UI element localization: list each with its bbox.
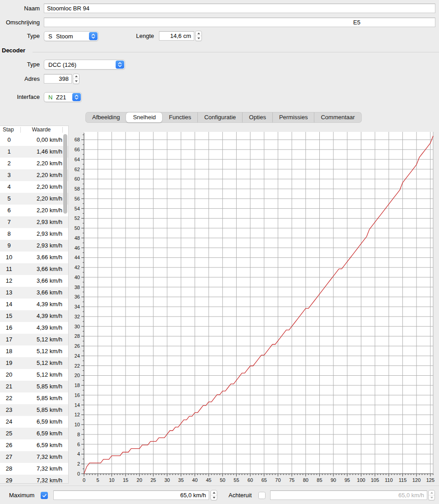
cell-waarde: 2,20 km/h — [18, 181, 62, 193]
table-row[interactable]: 52,20 km/h — [0, 193, 68, 205]
table-row[interactable]: 195,12 km/h — [0, 357, 68, 369]
table-row[interactable]: 22,20 km/h — [0, 158, 68, 169]
adres-label: Adres — [0, 74, 40, 84]
table-scrollbar-thumb[interactable] — [63, 134, 67, 214]
stepper-up-icon[interactable] — [73, 74, 79, 79]
naam-field[interactable]: Stoomloc BR 94 — [44, 4, 435, 13]
speed-curve-chart[interactable]: 0510152025303540455055606570758085909510… — [70, 128, 439, 486]
cell-waarde: 5,12 km/h — [18, 369, 62, 381]
cell-stap: 10 — [0, 252, 18, 263]
table-row[interactable]: 113,66 km/h — [0, 263, 68, 275]
svg-text:45: 45 — [206, 477, 211, 483]
interface-name: Z21 — [56, 94, 66, 101]
lengte-label: Lengte — [113, 31, 154, 41]
cell-stap: 6 — [0, 205, 18, 216]
achteruit-checkbox[interactable] — [258, 492, 266, 499]
cell-stap: 15 — [0, 310, 18, 322]
svg-text:20: 20 — [137, 477, 142, 483]
table-row[interactable]: 42,20 km/h — [0, 181, 68, 193]
cell-stap: 20 — [0, 369, 18, 381]
adres-stepper[interactable] — [73, 74, 79, 84]
cell-waarde: 3,66 km/h — [18, 252, 62, 263]
decoder-type-dropdown[interactable]: DCC (126) — [44, 60, 125, 70]
svg-text:85: 85 — [317, 477, 322, 483]
table-row[interactable]: 164,39 km/h — [0, 322, 68, 334]
table-row[interactable]: 225,85 km/h — [0, 392, 68, 404]
table-row[interactable]: 287,32 km/h — [0, 463, 68, 475]
table-row[interactable]: 185,12 km/h — [0, 345, 68, 357]
achteruit-speed-stepper[interactable] — [428, 490, 435, 500]
table-row[interactable]: 144,39 km/h — [0, 299, 68, 310]
lengte-stepper[interactable] — [195, 31, 202, 41]
svg-text:15: 15 — [123, 477, 128, 483]
lengte-field[interactable]: 14,6 cm — [159, 31, 194, 41]
table-row[interactable]: 266,59 km/h — [0, 439, 68, 451]
column-header-stap[interactable]: Stap — [3, 126, 14, 133]
tab-commentaar[interactable]: Commentaar — [314, 112, 361, 122]
table-row[interactable]: 11,46 km/h — [0, 146, 68, 158]
table-row[interactable]: 246,59 km/h — [0, 416, 68, 428]
stepper-up-icon[interactable] — [211, 490, 217, 495]
type-code: S — [48, 33, 56, 40]
stepper-down-icon[interactable] — [429, 495, 434, 500]
table-row[interactable]: 123,66 km/h — [0, 275, 68, 287]
svg-text:90: 90 — [331, 477, 336, 483]
interface-code: N — [48, 94, 56, 101]
svg-text:22: 22 — [75, 363, 80, 369]
table-row[interactable]: 154,39 km/h — [0, 310, 68, 322]
table-body: 00,00 km/h11,46 km/h22,20 km/h32,20 km/h… — [0, 134, 68, 484]
svg-text:30: 30 — [75, 324, 80, 329]
table-row[interactable]: 103,66 km/h — [0, 252, 68, 263]
svg-text:12: 12 — [75, 412, 80, 417]
svg-text:65: 65 — [262, 477, 267, 483]
achteruit-speed-field[interactable]: 65,0 km/h — [270, 490, 427, 500]
column-header-waarde[interactable]: Waarde — [20, 126, 62, 133]
omschrijving-field[interactable]: E5 — [44, 18, 435, 27]
stepper-down-icon[interactable] — [196, 36, 201, 41]
cell-stap: 3 — [0, 169, 18, 181]
table-row[interactable]: 297,32 km/h — [0, 475, 68, 484]
maximum-checkbox[interactable] — [41, 492, 48, 499]
cell-waarde: 3,66 km/h — [18, 263, 62, 275]
cell-waarde: 7,32 km/h — [18, 451, 62, 463]
maximum-speed-field[interactable]: 65,0 km/h — [53, 490, 209, 500]
stepper-down-icon[interactable] — [211, 495, 217, 500]
cell-waarde: 2,20 km/h — [18, 169, 62, 181]
interface-dropdown[interactable]: N Z21 — [44, 92, 82, 102]
table-row[interactable]: 32,20 km/h — [0, 169, 68, 181]
cell-stap: 2 — [0, 158, 18, 169]
stepper-up-icon[interactable] — [429, 490, 434, 495]
cell-waarde: 5,12 km/h — [18, 357, 62, 369]
chart-svg: 0510152025303540455055606570758085909510… — [70, 128, 439, 486]
table-row[interactable]: 277,32 km/h — [0, 451, 68, 463]
tab-functies[interactable]: Functies — [162, 112, 197, 122]
tab-snelheid[interactable]: Snelheid — [126, 112, 162, 122]
table-row[interactable]: 256,59 km/h — [0, 428, 68, 439]
tab-permissies[interactable]: Permissies — [272, 112, 314, 122]
table-row[interactable]: 175,12 km/h — [0, 334, 68, 345]
table-row[interactable]: 215,85 km/h — [0, 381, 68, 392]
cell-waarde: 2,20 km/h — [18, 158, 62, 169]
tab-afbeelding[interactable]: Afbeelding — [86, 112, 126, 122]
table-row[interactable]: 82,93 km/h — [0, 228, 68, 240]
interface-label: Interface — [0, 92, 40, 102]
dropdown-chevrons-icon — [72, 93, 81, 101]
table-row[interactable]: 235,85 km/h — [0, 404, 68, 416]
tab-bar: AfbeeldingSnelheidFunctiesConfiguratieOp… — [85, 112, 362, 123]
tab-opties[interactable]: Opties — [242, 112, 272, 122]
adres-field[interactable]: 398 — [44, 74, 72, 84]
stepper-up-icon[interactable] — [196, 31, 201, 36]
maximum-speed-stepper[interactable] — [210, 490, 217, 500]
tab-configuratie[interactable]: Configuratie — [197, 112, 242, 122]
table-row[interactable]: 00,00 km/h — [0, 134, 68, 146]
table-row[interactable]: 133,66 km/h — [0, 287, 68, 299]
svg-text:70: 70 — [275, 477, 280, 483]
cell-stap: 22 — [0, 392, 18, 404]
svg-text:52: 52 — [75, 215, 80, 221]
table-row[interactable]: 72,93 km/h — [0, 216, 68, 228]
table-row[interactable]: 205,12 km/h — [0, 369, 68, 381]
type-dropdown[interactable]: S Stoom — [44, 31, 98, 41]
table-row[interactable]: 62,20 km/h — [0, 205, 68, 216]
stepper-down-icon[interactable] — [73, 79, 79, 84]
table-row[interactable]: 92,93 km/h — [0, 240, 68, 252]
